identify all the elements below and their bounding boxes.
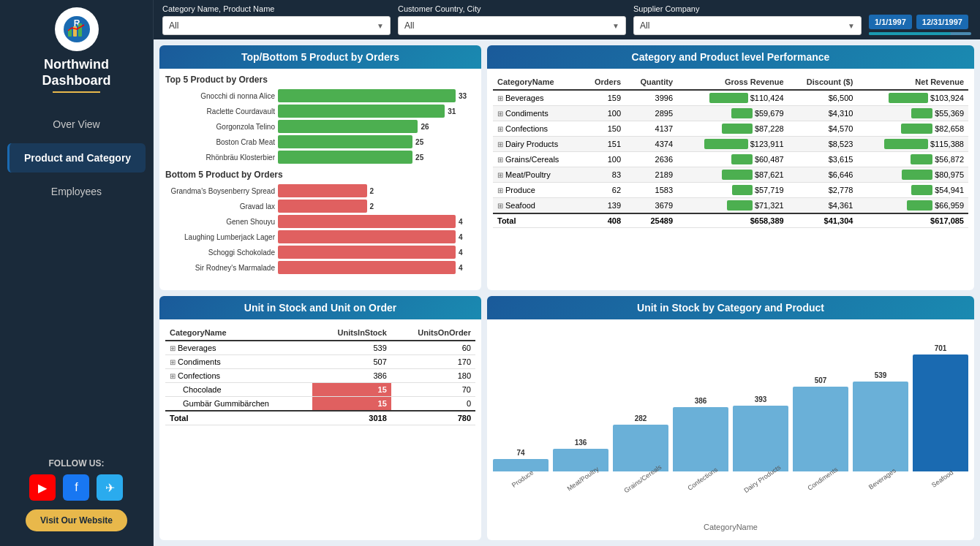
filter-customer-select[interactable]: All ▼ <box>398 16 626 35</box>
sidebar: R NorthwindDashboard Over View Product a… <box>0 0 154 546</box>
date-filter: 1/1/1997 12/31/1997 <box>869 15 971 35</box>
follow-label: FOLLOW US: <box>49 458 105 469</box>
product-name: Rhönbräu Klosterbier <box>165 153 275 162</box>
chart-bar-group: 393 Dairy Products <box>733 395 788 483</box>
table-row: ⊞Meat/Poultry 83 2189 $87,621 $6,646 $80… <box>493 167 968 183</box>
chart-bar <box>853 382 908 471</box>
date-start[interactable]: 1/1/1997 <box>869 15 912 29</box>
chart-bar-group: 136 Meat/Poultry <box>553 439 608 483</box>
product-name: Gravad lax <box>165 202 275 211</box>
table-row: Chocolade 15 70 <box>165 382 475 396</box>
logo-area: R NorthwindDashboard <box>42 7 110 100</box>
table-row: ⊞Dairy Products 151 4374 $123,911 $8,523… <box>493 137 968 152</box>
category-perf-panel: Category and Product level Performance C… <box>487 45 974 290</box>
bar-value-label: 507 <box>815 376 827 384</box>
table-row: Gumbär Gummibärchen 15 0 <box>165 396 475 411</box>
app-logo: R <box>55 7 99 51</box>
bar-value-label: 74 <box>516 449 524 457</box>
date-end[interactable]: 12/31/1997 <box>916 15 968 29</box>
date-range-slider[interactable] <box>869 32 971 35</box>
stock-bar-chart: 74 Produce 136 Meat/Poultry 282 Grains/C… <box>493 325 968 520</box>
table-row: ⊞Grains/Cereals 100 2636 $60,487 $3,615 … <box>493 152 968 167</box>
col-orders: Orders <box>581 75 625 90</box>
list-item: Genen Shouyu 4 <box>165 215 475 228</box>
stock-col-instock: UnitsInStock <box>312 325 391 341</box>
product-name: Sir Rodney's Marmalade <box>165 264 275 272</box>
product-name: Boston Crab Meat <box>165 138 275 146</box>
top-5-title: Top 5 Product by Orders <box>165 75 475 85</box>
social-icons: ▶ f ✈ <box>29 474 123 501</box>
title-underline <box>53 91 101 93</box>
filter-bar: Category Name, Product Name All ▼ Custom… <box>154 0 980 39</box>
telegram-icon[interactable]: ✈ <box>97 474 123 501</box>
stock-table-body: CategoryName UnitsInStock UnitsOnOrder ⊞… <box>159 319 481 541</box>
filter-supplier-select[interactable]: All ▼ <box>633 16 862 35</box>
list-item: Schoggi Schokolade 4 <box>165 246 475 259</box>
stock-chart-header: Unit in Stock by Category and Product <box>487 296 974 319</box>
date-slider-container <box>869 32 971 35</box>
filter-category: Category Name, Product Name All ▼ <box>162 4 391 35</box>
col-quantity: Quantity <box>625 75 677 90</box>
youtube-icon[interactable]: ▶ <box>29 474 56 501</box>
chart-bar <box>553 449 608 471</box>
bar-value-label: 539 <box>875 371 887 379</box>
chart-bar-group: 386 Confections <box>673 397 728 483</box>
category-perf-header: Category and Product level Performance <box>487 45 974 69</box>
date-inputs: 1/1/1997 12/31/1997 <box>869 15 971 29</box>
stock-chart-panel: Unit in Stock by Category and Product 74… <box>487 296 974 541</box>
stock-table-panel: Unit in Stock and Unit on Order Category… <box>159 296 481 541</box>
table-row: Total 408 25489 $658,389 $41,304 $617,08… <box>493 213 968 228</box>
list-item: Sir Rodney's Marmalade 4 <box>165 261 475 274</box>
bottom-5-title: Bottom 5 Product by Orders <box>165 170 475 180</box>
chart-bar-group: 507 Condiments <box>793 376 848 483</box>
filter-category-select[interactable]: All ▼ <box>162 16 391 35</box>
list-item: Gnocchi di nonna Alice 33 <box>165 89 475 102</box>
bar-value-label: 282 <box>635 414 647 422</box>
filter-supplier-label: Supplier Company <box>633 4 862 13</box>
chevron-down-icon-2: ▼ <box>612 22 619 30</box>
list-item: Gravad lax 2 <box>165 200 475 213</box>
app-title: NorthwindDashboard <box>42 57 110 88</box>
product-name: Genen Shouyu <box>165 218 275 226</box>
top-bottom-panel: Top/Bottom 5 Product by Orders Top 5 Pro… <box>159 45 481 290</box>
table-row: ⊞Condiments 100 2895 $59,679 $4,310 $55,… <box>493 106 968 121</box>
table-row: ⊞Condiments 507 170 <box>165 354 475 368</box>
product-name: Schoggi Schokolade <box>165 249 275 257</box>
visit-website-button[interactable]: Visit Our Website <box>26 509 127 531</box>
table-row: ⊞Beverages 159 3996 $110,424 $6,500 $103… <box>493 90 968 106</box>
product-name: Gorgonzola Telino <box>165 123 275 131</box>
chart-bar-group: 539 Beverages <box>853 371 908 483</box>
table-row: ⊞Produce 62 1583 $57,719 $2,778 $54,941 <box>493 183 968 198</box>
sidebar-item-employees[interactable]: Employees <box>7 177 145 206</box>
category-perf-body: CategoryName Orders Quantity Gross Reven… <box>487 69 974 290</box>
stock-col-onorder: UnitsOnOrder <box>391 325 475 341</box>
list-item: Rhönbräu Klosterbier 25 <box>165 151 475 164</box>
main-content: Category Name, Product Name All ▼ Custom… <box>154 0 980 546</box>
col-category: CategoryName <box>493 75 581 90</box>
chart-bar <box>613 425 668 471</box>
col-gross: Gross Revenue <box>677 75 788 90</box>
sidebar-item-overview[interactable]: Over View <box>7 110 145 139</box>
filter-category-label: Category Name, Product Name <box>162 4 391 13</box>
stock-table-header: Unit in Stock and Unit on Order <box>159 296 481 319</box>
table-row: ⊞Confections 386 180 <box>165 368 475 382</box>
chevron-down-icon-3: ▼ <box>848 22 855 30</box>
stock-table: CategoryName UnitsInStock UnitsOnOrder ⊞… <box>165 325 475 425</box>
chart-bar-group: 282 Grains/Cereals <box>613 414 668 483</box>
top-bottom-panel-body: Top 5 Product by Orders Gnocchi di nonna… <box>159 69 481 290</box>
table-row: Total 3018 780 <box>165 411 475 425</box>
filter-customer: Customer Country, City All ▼ <box>398 4 626 35</box>
chart-bar <box>793 387 848 471</box>
bar-category-label: Produce <box>510 469 535 488</box>
top-bottom-panel-header: Top/Bottom 5 Product by Orders <box>159 45 481 69</box>
bar-value-label: 701 <box>935 344 947 352</box>
chart-bar-group: 701 Seafood <box>913 344 968 483</box>
list-item: Laughing Lumberjack Lager 4 <box>165 230 475 243</box>
product-name: Grandma's Boysenberry Spread <box>165 187 275 195</box>
table-row: ⊞Seafood 139 3679 $71,321 $4,361 $66,959 <box>493 198 968 214</box>
sidebar-item-product-category[interactable]: Product and Category <box>7 143 145 172</box>
follow-section: FOLLOW US: ▶ f ✈ Visit Our Website <box>26 458 127 539</box>
col-net: Net Revenue <box>857 75 968 90</box>
chart-bar <box>493 459 549 471</box>
facebook-icon[interactable]: f <box>63 474 89 501</box>
